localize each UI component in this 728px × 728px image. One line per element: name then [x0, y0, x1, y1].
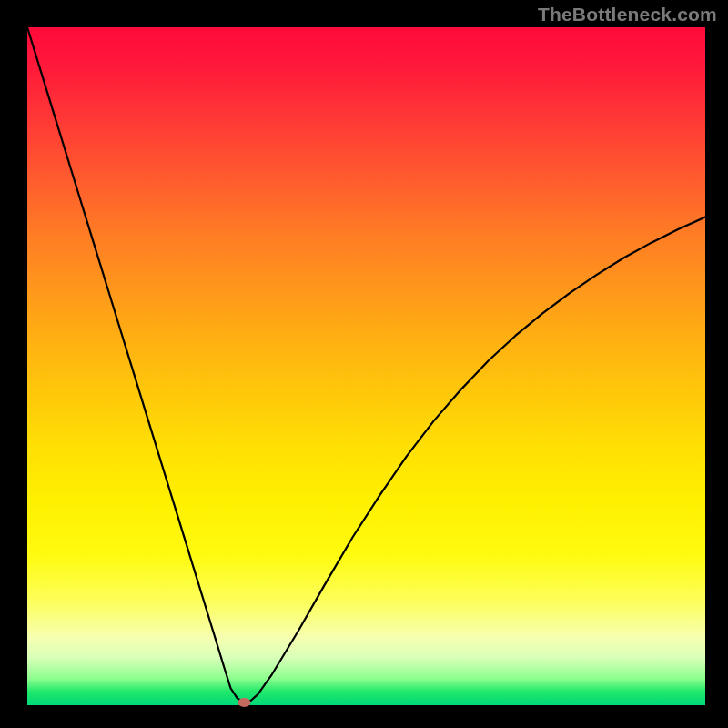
chart-svg [27, 27, 705, 705]
chart-frame: TheBottleneck.com [0, 0, 728, 728]
attribution-label: TheBottleneck.com [538, 4, 717, 25]
bottleneck-curve [27, 27, 705, 703]
plot-area [27, 27, 705, 705]
optimal-point-marker [238, 698, 250, 707]
